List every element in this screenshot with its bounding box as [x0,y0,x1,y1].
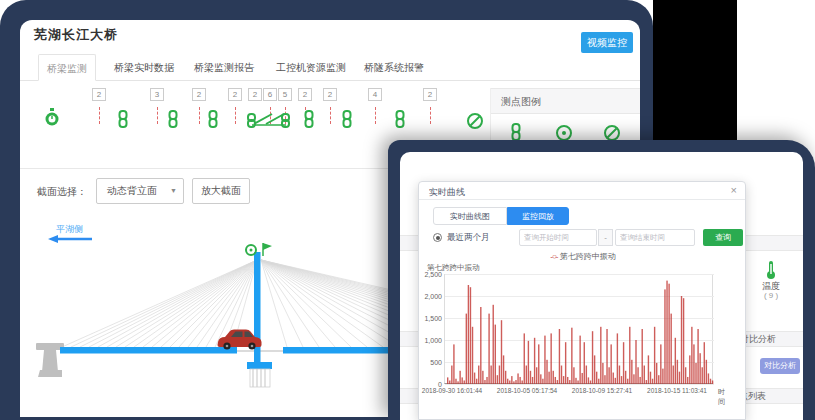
stopwatch-icon[interactable] [44,108,60,128]
sensor-count-badge: 2 [92,88,106,101]
page-title: 芜湖长江大桥 [34,26,118,44]
x-tick: 2018-09-30 16:01:44 [417,387,487,394]
thermometer-icon[interactable] [764,260,778,280]
sensor-count-badge: 2 [228,88,242,101]
truss-sensor-icon[interactable] [246,110,292,128]
link-sensor-icon[interactable] [393,110,407,128]
y-tick: 500 [420,359,442,366]
sensor-dropline [330,107,331,124]
section-select-value: 动态背立面 [107,185,157,196]
sensor-count-badge: 2 [423,88,437,101]
tower-cap [247,362,272,369]
tab-realtime-data[interactable]: 桥梁实时数据 [106,54,182,81]
sensor-dropline [375,107,376,124]
point-legend-title: 测点图例 [491,88,640,114]
legend-series-label: 第七跨跨中振动 [560,252,616,261]
sensor-dropline [199,107,200,124]
x-tick: 2018-10-09 15:27:41 [567,387,637,394]
y-tick: 1,000 [420,337,442,344]
tab-monitor-report[interactable]: 桥梁监测报告 [186,54,262,81]
y-tick: 1,500 [420,315,442,322]
sensor-row: 2 3 2 2 2 6 5 [20,88,488,145]
close-icon[interactable]: × [731,184,737,196]
sensor-count-badge: 2 [323,88,337,101]
query-end-time-input[interactable] [615,229,695,246]
tab-monitor-playback[interactable]: 监控回放 [507,207,569,225]
y-tick: 2,000 [420,293,442,300]
section-select-dropdown[interactable]: 动态背立面 ▼ [96,178,184,204]
link-sensor-icon[interactable] [302,110,316,128]
link-sensor-icon[interactable] [116,110,130,128]
chevron-down-icon: ▼ [170,179,177,203]
tower-piles [250,369,270,387]
bridge-deck-left [60,347,237,354]
sensor-count-badge: 2 [298,88,312,101]
sensor-count-badge: 5 [278,88,292,101]
vibration-chart-bars [445,274,714,384]
ban-icon[interactable] [466,112,484,130]
legend-line-circle-icon: -○- [550,252,557,261]
sensor-dropline [99,107,100,124]
link-icon [509,122,523,142]
link-sensor-icon[interactable] [206,110,220,128]
compare-analysis-button[interactable]: 对比分析 [760,358,800,374]
sensor-count-badge: 3 [150,88,164,101]
link-sensor-icon[interactable] [166,110,180,128]
sensor-dropline [157,107,158,124]
composite-screenshot: 芜湖长江大桥 桥梁监测 桥梁实时数据 桥梁监测报告 工控机资源监测 桥隧系统报警… [0,0,815,420]
link-sensor-icon[interactable] [340,110,354,128]
video-monitor-button[interactable]: 视频监控 [581,32,633,53]
last-two-months-radio[interactable] [433,233,442,242]
dialog-title: 实时曲线 [429,186,465,199]
secondary-window: 测点图例 温度 ( 9 ) 对比分析 对比分析 测点列表 实时曲线 × 实时曲线… [400,152,803,420]
sensor-count-badge: 4 [368,88,382,101]
main-tabbar: 桥梁监测 桥梁实时数据 桥梁监测报告 工控机资源监测 桥隧系统报警 视频监控 [20,54,640,81]
x-tick: 2018-10-15 11:03:41 [642,387,712,394]
date-range-separator: - [598,229,613,246]
sensor-count-badge: 2 [192,88,206,101]
query-button[interactable]: 查询 [703,229,743,246]
x-tick: 2018-10-05 05:17:54 [492,387,562,394]
temperature-count: ( 9 ) [756,291,786,300]
chart-legend[interactable]: -○- 第七跨跨中振动 [419,251,747,262]
point-legend-panel: 测点图例 [490,88,640,145]
sensor-count-badge: 2 [248,88,262,101]
x-axis-name: 时间 [718,387,725,407]
sensor-dropline [235,107,236,124]
vibration-chart-plot: 2,500 2,000 1,500 1,000 500 0 2018-09-30… [444,274,713,384]
sensor-count-badge: 6 [263,88,277,101]
sensor-dropline [430,107,431,124]
tab-realtime-curve[interactable]: 实时曲线图 [433,207,507,225]
last-two-months-label: 最近两个月 [447,232,490,244]
tab-system-alarm[interactable]: 桥隧系统报警 [356,54,432,81]
y-tick: 2,500 [420,271,442,278]
section-select-label: 截面选择： [37,185,87,199]
realtime-curve-dialog: 实时曲线 × 实时曲线图 监控回放 最近两个月 - 查询 -○- 第七跨跨中振动… [418,181,746,420]
enlarge-section-button[interactable]: 放大截面 [192,178,250,204]
tab-ipc-resource[interactable]: 工控机资源监测 [268,54,354,81]
query-start-time-input[interactable] [519,229,597,246]
background-black-area [653,0,737,140]
tab-bridge-monitor[interactable]: 桥梁监测 [38,54,96,81]
bridge-pier [36,343,64,377]
dialog-header: 实时曲线 × [419,182,745,200]
